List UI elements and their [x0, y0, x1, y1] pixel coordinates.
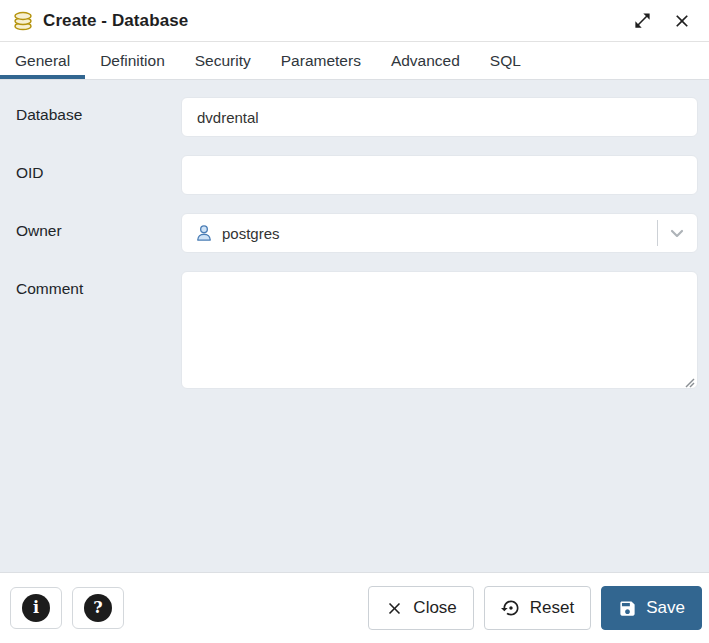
owner-select[interactable]: postgres	[181, 213, 698, 253]
general-tab-panel: Database OID Owner	[0, 80, 709, 572]
reset-icon	[501, 598, 521, 618]
comment-field-label: Comment	[16, 271, 181, 298]
info-button[interactable]: i	[10, 587, 62, 629]
expand-icon[interactable]	[631, 10, 653, 32]
save-icon	[618, 599, 637, 618]
close-x-icon	[385, 599, 404, 618]
chevron-down-icon[interactable]	[667, 223, 687, 243]
save-button-label: Save	[646, 598, 685, 618]
owner-field-row: Owner postgres	[0, 213, 709, 253]
select-divider	[657, 220, 658, 246]
reset-button-label: Reset	[530, 598, 574, 618]
help-button[interactable]: ?	[72, 587, 124, 629]
comment-textarea[interactable]	[181, 271, 698, 389]
save-button[interactable]: Save	[601, 586, 702, 630]
dialog-header: Create - Database	[0, 0, 709, 42]
tab-bar: General Definition Security Parameters A…	[0, 42, 709, 80]
tab-advanced[interactable]: Advanced	[376, 42, 475, 79]
database-field-row: Database	[0, 97, 709, 137]
close-button-label: Close	[413, 598, 456, 618]
oid-input[interactable]	[181, 155, 698, 195]
comment-field-row: Comment	[0, 271, 709, 389]
info-icon: i	[22, 594, 50, 622]
dialog-title: Create - Database	[43, 11, 188, 31]
owner-field-label: Owner	[16, 213, 181, 240]
user-icon	[194, 223, 214, 243]
tab-definition[interactable]: Definition	[85, 42, 180, 79]
database-icon	[12, 9, 36, 33]
oid-field-row: OID	[0, 155, 709, 195]
tab-parameters[interactable]: Parameters	[266, 42, 376, 79]
close-icon[interactable]	[671, 10, 693, 32]
create-database-dialog: Create - Database General Definition Sec…	[0, 0, 709, 643]
help-icon: ?	[84, 594, 112, 622]
database-name-input[interactable]	[181, 97, 698, 137]
window-controls	[631, 10, 693, 32]
tab-sql[interactable]: SQL	[475, 42, 536, 79]
close-button[interactable]: Close	[368, 586, 473, 630]
dialog-footer: i ? Close Reset Save	[0, 572, 709, 643]
owner-selected-value: postgres	[222, 225, 657, 242]
database-field-label: Database	[16, 97, 181, 124]
oid-field-label: OID	[16, 155, 181, 182]
tab-security[interactable]: Security	[180, 42, 266, 79]
tab-general[interactable]: General	[0, 42, 85, 79]
reset-button[interactable]: Reset	[484, 586, 591, 630]
